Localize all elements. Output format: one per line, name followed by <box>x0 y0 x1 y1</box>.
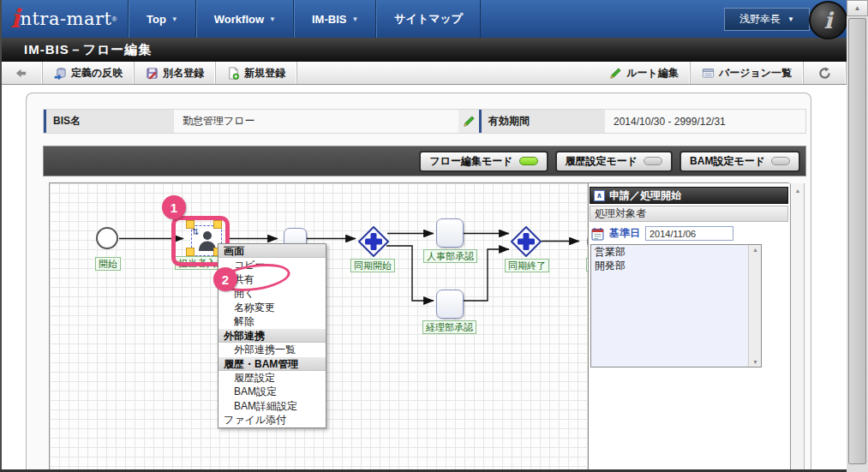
flow-node-hr-approval-label: 人事部承認 <box>423 249 477 263</box>
intra-mart-sphere-logo: i <box>809 1 847 39</box>
page-title-bar: IM-BIS－フロー編集 <box>0 38 847 62</box>
flow-node-hr-approval[interactable] <box>436 218 464 248</box>
toggle-off-indicator <box>644 157 662 165</box>
nav-menu-workflow[interactable]: Workflow ▼ <box>196 0 294 38</box>
caret-down-icon: ▼ <box>171 15 178 23</box>
toggle-off-indicator <box>771 157 790 165</box>
context-menu-item-bam-settings[interactable]: BAM設定 <box>218 385 326 398</box>
context-menu-header-external: 外部連携 <box>218 329 326 343</box>
scroll-up-icon[interactable]: ▲ <box>847 0 868 16</box>
collapse-panel-button[interactable]: ∧ <box>594 190 605 201</box>
user-dropdown-button[interactable]: 浅野幸長 ▼ <box>724 8 810 31</box>
mode-bam-settings-button[interactable]: BAM設定モード <box>679 151 800 172</box>
caret-down-icon: ▼ <box>787 15 794 23</box>
base-date-row: 基準日 <box>591 224 787 242</box>
context-menu-item-file-attach[interactable]: ファイル添付 <box>218 413 326 427</box>
panel-title: 申請／処理開始 <box>609 188 681 203</box>
apply-definition-button[interactable]: 定義の反映 <box>43 62 135 84</box>
list-item[interactable]: 開発部 <box>591 259 761 272</box>
context-menu-item-release[interactable]: 解除 <box>218 314 326 328</box>
edit-pencil-icon <box>463 115 476 128</box>
version-list-icon <box>702 67 715 80</box>
intra-mart-logo: intra-mart® <box>0 0 129 38</box>
back-button[interactable] <box>0 62 43 84</box>
scroll-up-icon[interactable]: ▲ <box>749 247 762 253</box>
context-menu-item-history-settings[interactable]: 履歴設定 <box>218 371 326 385</box>
mode-history-settings-button[interactable]: 履歴設定モード <box>555 151 673 172</box>
flow-node-sync-start-label: 同期開始 <box>350 259 395 272</box>
process-target-header: 処理対象者 <box>590 206 788 222</box>
flow-node-sync-start[interactable] <box>358 226 389 257</box>
panel-scrollbar[interactable]: ▲ <box>790 183 805 472</box>
context-menu-item-bam-detail-settings[interactable]: BAM詳細設定 <box>218 399 326 413</box>
nav-menu-sitemap[interactable]: サイトマップ <box>376 0 481 38</box>
context-menu-header-history-bam: 履歴・BAM管理 <box>218 357 326 371</box>
valid-period-value: 2014/10/30 - 2999/12/31 <box>605 110 805 133</box>
target-department-listbox[interactable]: 営業部 開発部 ▲ ▼ <box>590 244 762 367</box>
flow-node-acct-approval-label: 経理部承認 <box>422 320 476 334</box>
flow-node-sync-end[interactable] <box>511 226 542 257</box>
caret-down-icon: ▼ <box>269 15 276 23</box>
top-navigation-bar: intra-mart® Top ▼ Workflow ▼ IM-BIS ▼ サイ… <box>0 0 847 38</box>
context-menu-item-rename[interactable]: 名称変更 <box>218 301 326 314</box>
version-list-button[interactable]: バージョン一覧 <box>691 62 804 84</box>
flow-node-sync-end-label: 同期終了 <box>505 259 549 272</box>
mode-flow-edit-button[interactable]: フロー編集モード <box>419 151 548 172</box>
calendar-icon[interactable] <box>591 227 604 241</box>
logo-registered-mark: ® <box>111 15 117 23</box>
context-menu-item-external-list[interactable]: 外部連携一覧 <box>218 343 326 356</box>
scroll-down-icon[interactable]: ▼ <box>749 359 762 365</box>
route-edit-button[interactable]: ルート編集 <box>598 62 691 84</box>
page-scrollbar[interactable]: ▲ <box>847 0 868 472</box>
panel-header: ∧ 申請／処理開始 <box>590 187 788 204</box>
base-date-input[interactable] <box>645 226 733 241</box>
page-title: IM-BIS－フロー編集 <box>24 42 152 58</box>
listbox-scrollbar[interactable]: ▲ ▼ <box>748 245 761 367</box>
flow-node-acct-approval[interactable] <box>436 290 464 319</box>
mode-bar: フロー編集モード 履歴設定モード BAM設定モード <box>43 146 806 176</box>
nav-menu-top[interactable]: Top ▼ <box>129 0 196 38</box>
apply-definition-icon <box>54 67 67 80</box>
bis-name-edit-button[interactable] <box>458 110 479 133</box>
valid-period-label: 有効期間 <box>479 110 605 133</box>
toolbar-spacer <box>297 62 598 84</box>
bis-name-value: 勤怠管理フロー <box>174 110 458 133</box>
apply-process-panel: ∧ 申請／処理開始 処理対象者 基準日 営業部 開発部 ▲ ▼ <box>588 183 789 472</box>
scroll-up-icon: ▲ <box>791 188 805 194</box>
bis-name-label: BIS名 <box>44 110 174 133</box>
alias-register-icon <box>146 67 159 80</box>
toggle-on-indicator <box>519 157 538 165</box>
flow-node-start[interactable] <box>96 227 118 249</box>
annotation-step-2-badge: 2 <box>213 267 237 291</box>
window-left-border <box>0 0 2 472</box>
logo-text: ntra-mart <box>20 9 111 29</box>
caret-down-icon: ▼ <box>351 15 358 23</box>
logo-i-swirl: i <box>10 6 20 32</box>
new-register-icon <box>227 67 240 80</box>
alias-register-button[interactable]: 別名登録 <box>135 62 216 84</box>
nav-menu-im-bis[interactable]: IM-BIS ▼ <box>294 0 376 38</box>
scrollbar-thumb[interactable] <box>848 18 866 464</box>
annotation-step-1-badge: 1 <box>162 195 186 219</box>
toolbar: 定義の反映 別名登録 新規登録 ルート編集 バージョ <box>0 62 847 85</box>
back-arrow-icon <box>15 67 27 80</box>
base-date-link[interactable]: 基準日 <box>609 226 640 241</box>
refresh-button[interactable] <box>804 62 847 84</box>
context-menu-header-screen: 画面 <box>218 244 326 258</box>
route-edit-pencil-icon <box>609 67 622 80</box>
refresh-icon <box>818 67 831 80</box>
bis-info-row: BIS名 勤怠管理フロー 有効期間 2014/10/30 - 2999/12/3… <box>43 109 806 134</box>
list-item[interactable]: 営業部 <box>591 245 761 259</box>
new-register-button[interactable]: 新規登録 <box>216 62 297 84</box>
flow-node-start-label: 開始 <box>95 257 121 271</box>
